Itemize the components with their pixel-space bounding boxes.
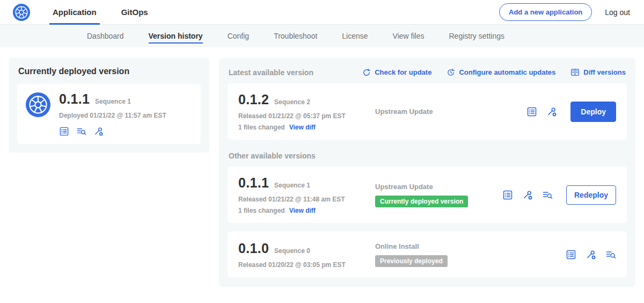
diff-versions-link[interactable]: Diff versions xyxy=(570,68,626,77)
version-actions: Redeploy xyxy=(502,185,616,205)
add-application-button[interactable]: Add a new application xyxy=(499,3,592,21)
subnav-item-dashboard[interactable]: Dashboard xyxy=(87,32,124,40)
released-timestamp: Released 01/21/22 @ 05:37 pm EST xyxy=(238,112,375,120)
release-notes-icon[interactable] xyxy=(502,190,513,200)
deploy-button[interactable]: Deploy xyxy=(570,102,616,122)
subnav-item-config[interactable]: Config xyxy=(228,32,249,40)
deployed-version-info: 0.1.1 Sequence 1 Deployed 01/21/22 @ 11:… xyxy=(59,91,166,136)
source-label: Upstream Update xyxy=(375,107,433,116)
version-card-0-1-0: 0.1.0 Sequence 0 Released 01/20/22 @ 03:… xyxy=(228,232,627,277)
subnav-item-registry-settings[interactable]: Registry settings xyxy=(449,32,504,40)
version-info: 0.1.0 Sequence 0 Released 01/20/22 @ 03:… xyxy=(238,241,375,269)
latest-available-title: Latest available version xyxy=(229,68,313,77)
version-card-0-1-1: 0.1.1 Sequence 1 Released 01/21/22 @ 11:… xyxy=(228,167,627,223)
version-source: Online Install Previously deployed xyxy=(375,242,566,267)
subnav-item-license[interactable]: License xyxy=(342,32,368,40)
source-label: Upstream Update xyxy=(375,183,433,191)
deployed-version-number: 0.1.1 xyxy=(59,91,90,107)
version-card-0-1-2: 0.1.2 Sequence 2 Released 01/21/22 @ 05:… xyxy=(228,83,627,140)
release-notes-icon[interactable] xyxy=(526,106,537,117)
released-timestamp: Released 01/20/22 @ 03:05 pm EST xyxy=(238,261,375,269)
kubernetes-logo-icon xyxy=(13,4,30,21)
header-actions: Add a new application Log out xyxy=(499,3,630,21)
config-icon[interactable] xyxy=(93,126,104,136)
tab-gitops[interactable]: GitOps xyxy=(118,0,151,25)
panel-actions: Check for update Configure automatic upd… xyxy=(362,68,626,77)
version-actions: Deploy xyxy=(526,102,616,122)
config-icon[interactable] xyxy=(546,106,557,117)
app-sub-nav: Dashboard Version history Config Trouble… xyxy=(0,25,644,47)
config-icon[interactable] xyxy=(586,249,596,260)
file-diff-icon[interactable] xyxy=(76,126,86,136)
panel-header: Latest available version Check for updat… xyxy=(228,66,627,83)
previously-deployed-badge: Previously deployed xyxy=(375,255,448,267)
main-content: Currently deployed version 0.1.1 Sequenc… xyxy=(0,47,644,298)
version-info: 0.1.1 Sequence 1 Released 01/21/22 @ 11:… xyxy=(238,175,375,214)
version-number: 0.1.0 xyxy=(238,241,269,256)
file-diff-icon[interactable] xyxy=(605,249,616,260)
version-info: 0.1.2 Sequence 2 Released 01/21/22 @ 05:… xyxy=(238,92,375,131)
sequence-label: Sequence 0 xyxy=(274,247,310,255)
file-diff-icon[interactable] xyxy=(542,190,553,200)
files-changed-label: 1 files changed xyxy=(238,124,285,131)
view-diff-link[interactable]: View diff xyxy=(289,207,316,214)
sequence-label: Sequence 2 xyxy=(274,98,310,106)
other-available-versions-title: Other available versions xyxy=(229,152,626,160)
kubernetes-app-icon xyxy=(26,92,50,117)
release-notes-icon[interactable] xyxy=(59,126,69,136)
subnav-item-troubleshoot[interactable]: Troubleshoot xyxy=(274,32,317,40)
currently-deployed-title: Currently deployed version xyxy=(18,67,201,76)
version-source: Upstream Update xyxy=(375,107,526,116)
subnav-item-view-files[interactable]: View files xyxy=(393,32,425,40)
tab-gitops-label: GitOps xyxy=(121,8,148,17)
view-diff-link[interactable]: View diff xyxy=(289,124,316,131)
refresh-icon xyxy=(362,68,371,77)
config-icon[interactable] xyxy=(522,190,533,200)
sequence-label: Sequence 1 xyxy=(274,182,310,189)
released-timestamp: Released 01/21/22 @ 11:48 am EST xyxy=(238,196,375,203)
diff-versions-icon xyxy=(570,68,580,77)
version-number: 0.1.1 xyxy=(238,175,269,191)
subnav-item-version-history[interactable]: Version history xyxy=(149,32,203,40)
currently-deployed-badge: Currently deployed version xyxy=(375,196,468,207)
check-for-update-link[interactable]: Check for update xyxy=(362,68,431,77)
source-label: Online Install xyxy=(375,242,419,250)
version-number: 0.1.2 xyxy=(238,92,269,107)
configure-automatic-updates-link[interactable]: Configure automatic updates xyxy=(447,68,555,77)
tab-application[interactable]: Application xyxy=(49,0,100,25)
version-history-panel: Latest available version Check for updat… xyxy=(219,58,635,287)
deployed-timestamp: Deployed 01/21/22 @ 11:57 am EST xyxy=(59,112,166,119)
redeploy-button[interactable]: Redeploy xyxy=(566,185,616,205)
version-actions xyxy=(566,249,616,260)
top-header: Application GitOps Add a new application… xyxy=(0,0,644,25)
logout-button[interactable]: Log out xyxy=(605,8,630,17)
deployed-version-card: 0.1.1 Sequence 1 Deployed 01/21/22 @ 11:… xyxy=(17,84,201,144)
release-notes-icon[interactable] xyxy=(566,249,576,260)
auto-update-icon xyxy=(447,68,455,77)
files-changed-label: 1 files changed xyxy=(238,207,285,214)
deployed-sequence-label: Sequence 1 xyxy=(95,98,131,105)
tab-application-label: Application xyxy=(53,8,97,17)
currently-deployed-card: Currently deployed version 0.1.1 Sequenc… xyxy=(9,58,209,153)
version-source: Upstream Update Currently deployed versi… xyxy=(375,183,502,207)
